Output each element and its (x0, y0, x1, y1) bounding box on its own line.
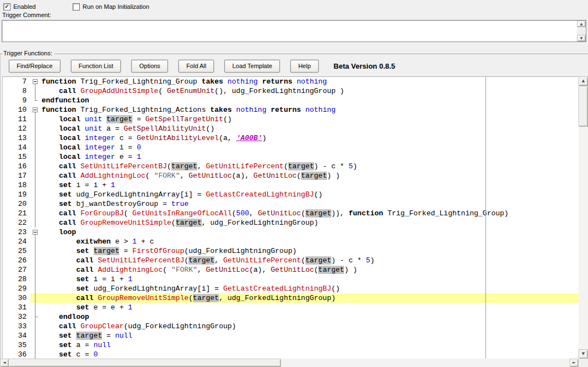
horizontal-scrollbar[interactable]: ◄ ► (0, 359, 579, 367)
line-number: 19 (3, 190, 30, 199)
code-text[interactable]: set target = null (40, 331, 579, 340)
toolbar-button-load-template[interactable]: Load Template (224, 60, 280, 73)
code-text[interactable]: call GroupClear(udg_ForkedLightningGroup… (40, 322, 579, 331)
code-text[interactable]: call AddLightningLoc( "FORK", GetUnitLoc… (40, 171, 579, 180)
line-number: 23 (3, 228, 30, 237)
code-line-31: 31 set e = e + 1 (3, 303, 579, 312)
scroll-right-icon[interactable]: ► (570, 359, 579, 367)
checkmark-icon: ✓ (4, 4, 9, 9)
code-line-25: 25 set target = FirstOfGroup(udg_ForkedL… (3, 246, 579, 256)
fold-guide (30, 293, 40, 303)
fold-toggle-icon[interactable] (30, 77, 40, 86)
line-number: 34 (3, 331, 30, 340)
fold-toggle-icon[interactable] (30, 228, 40, 237)
code-lines: 7function Trig_Forked_Lightning_Group ta… (3, 77, 579, 359)
code-text[interactable]: set udg_ForkedLightningArray[i] = GetLas… (40, 190, 579, 199)
code-line-33: 33 call GroupClear(udg_ForkedLightningGr… (3, 322, 579, 331)
enabled-checkbox-group[interactable]: ✓ Enabled (3, 3, 35, 11)
line-number: 36 (3, 350, 30, 359)
fold-guide (30, 86, 40, 96)
fold-guide (30, 209, 40, 218)
highlighted-occurrence: target (318, 266, 344, 274)
code-text[interactable]: set bj_wantDestroyGroup = true (40, 199, 579, 209)
code-text[interactable]: call GroupAddUnitSimple( GetEnumUnit(), … (40, 86, 579, 96)
scroll-down-icon[interactable]: ▼ (577, 35, 586, 42)
code-text[interactable]: local integer e = 1 (40, 152, 579, 162)
code-text[interactable]: set target = FirstOfGroup(udg_ForkedLigh… (40, 246, 579, 256)
code-line-14: 14 local integer i = 0 (3, 143, 579, 152)
code-text[interactable]: exitwhen e > 1 + c (40, 237, 579, 246)
code-line-13: 13 local integer c = GetUnitAbilityLevel… (3, 133, 579, 143)
code-text[interactable]: function Trig_Forked_Lightning_Group tak… (40, 77, 579, 86)
code-text[interactable]: endloop (40, 312, 579, 322)
code-line-27: 27 call AddLightningLoc( "FORK", GetUnit… (3, 265, 579, 275)
fold-guide (30, 246, 40, 256)
line-number: 35 (3, 340, 30, 350)
comment-scrollbar[interactable]: ▲ ▼ (577, 20, 586, 42)
scrollbar-corner (579, 359, 588, 367)
code-text[interactable]: call ForGroupBJ( GetUnitsInRangeOfLocAll… (40, 209, 579, 218)
code-line-11: 11 local unit target = GetSpellTargetUni… (3, 115, 579, 124)
trigger-comment-input[interactable]: ▲ ▼ (2, 20, 586, 42)
fold-guide (30, 133, 40, 143)
vertical-scrollbar-thumb[interactable] (579, 86, 588, 127)
line-number: 13 (3, 133, 30, 143)
code-text[interactable]: local integer i = 0 (40, 143, 579, 152)
vertical-scrollbar[interactable]: ▲ ▼ (579, 76, 588, 359)
fold-toggle-icon[interactable] (30, 105, 40, 115)
toolbar-button-find-replace[interactable]: Find/Replace (9, 60, 60, 73)
code-editor[interactable]: 7function Trig_Forked_Lightning_Group ta… (2, 76, 579, 359)
trigger-functions-groupbox-left-border (0, 54, 1, 367)
code-text[interactable]: endfunction (40, 96, 579, 105)
code-text[interactable]: set i = i + 1 (40, 180, 579, 190)
run-on-init-checkbox[interactable] (73, 3, 80, 11)
toolbar-button-fold-all[interactable]: Fold All (178, 60, 214, 73)
horizontal-scrollbar-thumb[interactable] (8, 359, 281, 367)
line-number: 20 (3, 199, 30, 209)
code-text[interactable]: set a = null (40, 340, 579, 350)
fold-guide (30, 171, 40, 180)
code-line-28: 28 set i = i + 1 (3, 275, 579, 284)
code-text[interactable]: function Trig_Forked_Lightning_Actions t… (40, 105, 579, 115)
scroll-up-icon[interactable]: ▲ (579, 76, 588, 86)
fold-guide (30, 256, 40, 265)
highlighted-occurrence: target (176, 219, 202, 227)
toolbar-button-function-list[interactable]: Function List (71, 60, 121, 73)
code-text[interactable]: set e = e + 1 (40, 303, 579, 312)
code-text[interactable]: call GroupRemoveUnitSimple(target, udg_F… (40, 218, 579, 228)
toolbar-button-help[interactable]: Help (290, 60, 319, 73)
run-on-init-checkbox-group[interactable]: Run on Map Initialization (73, 3, 149, 11)
scroll-up-icon[interactable]: ▲ (577, 20, 586, 27)
highlighted-occurrence: target (305, 209, 331, 218)
code-text[interactable]: local unit a = GetSpellAbilityUnit() (40, 124, 579, 133)
enabled-checkbox[interactable]: ✓ (3, 3, 11, 11)
trigger-functions-label: Trigger Functions: (3, 50, 54, 56)
code-text[interactable]: call GroupRemoveUnitSimple(target, udg_F… (40, 293, 579, 303)
code-text[interactable]: set udg_ForkedLightningArray[i] = GetLas… (40, 284, 579, 293)
line-number: 7 (3, 77, 30, 86)
line-number: 33 (3, 322, 30, 331)
scroll-left-icon[interactable]: ◄ (0, 359, 9, 367)
code-line-32: 32 endloop (3, 312, 579, 322)
code-line-24: 24 exitwhen e > 1 + c (3, 237, 579, 246)
right-margin-guide (485, 77, 486, 359)
code-text[interactable]: local integer c = GetUnitAbilityLevel(a,… (40, 133, 579, 143)
code-text[interactable]: call AddLightningLoc( "FORK", GetUnitLoc… (40, 265, 579, 275)
code-text[interactable]: local unit target = GetSpellTargetUnit() (40, 115, 579, 124)
fold-guide (30, 303, 40, 312)
code-text[interactable]: set c = 0 (40, 350, 579, 359)
code-text[interactable]: loop (40, 228, 579, 237)
code-text[interactable]: call SetUnitLifePercentBJ(target, GetUni… (40, 256, 579, 265)
line-number: 9 (3, 96, 30, 105)
code-text[interactable]: call SetUnitLifePercentBJ(target, GetUni… (40, 162, 579, 171)
fold-guide (30, 237, 40, 246)
scroll-down-icon[interactable]: ▼ (579, 349, 588, 359)
code-line-7: 7function Trig_Forked_Lightning_Group ta… (3, 77, 579, 86)
line-number: 18 (3, 180, 30, 190)
line-number: 14 (3, 143, 30, 152)
toolbar-button-options[interactable]: Options (131, 60, 168, 73)
code-text[interactable]: set i = i + 1 (40, 275, 579, 284)
fold-guide (30, 275, 40, 284)
code-line-26: 26 call SetUnitLifePercentBJ(target, Get… (3, 256, 579, 265)
code-line-9: 9endfunction (3, 96, 579, 105)
